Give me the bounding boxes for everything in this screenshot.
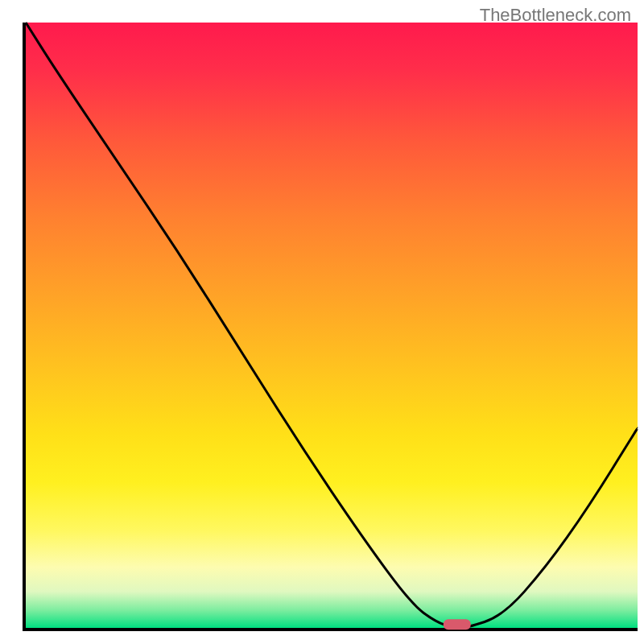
curve-svg <box>26 23 638 628</box>
chart-container: TheBottleneck.com <box>0 0 644 644</box>
plot-area <box>23 23 638 631</box>
bottleneck-curve <box>26 23 638 628</box>
watermark-text: TheBottleneck.com <box>480 5 631 26</box>
optimal-marker <box>444 619 471 630</box>
